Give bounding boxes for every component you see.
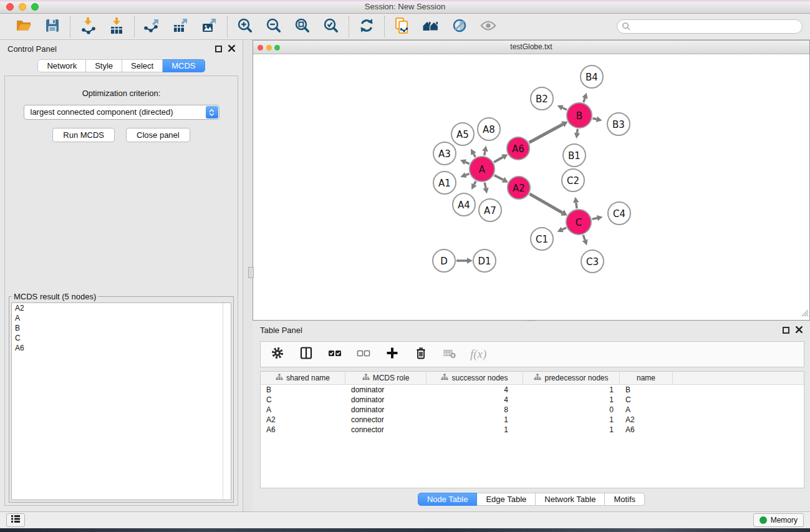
table-cell[interactable]: 4 [427,385,523,395]
tab-network[interactable]: Network [37,59,86,72]
table-row[interactable]: A2connector11A2 [261,415,804,425]
column-header[interactable]: successor nodes [427,372,523,384]
network-canvas[interactable]: AA1A2A3A4A5A6A7A8BB1B2B3B4CC1C2C3C4DD1 [253,54,809,320]
network-window-titlebar[interactable]: testGlobe.txt [253,41,809,54]
minimize-window-button[interactable] [19,3,26,11]
table-cell[interactable]: B [261,385,345,395]
close-window-button[interactable] [6,3,14,11]
close-panel-button[interactable]: Close panel [126,128,190,142]
function-builder-button[interactable]: f(x) [470,347,486,361]
table-cell[interactable]: A2 [261,415,345,425]
zoom-view-button[interactable] [274,45,280,51]
result-item[interactable]: A [12,313,231,323]
table-cell[interactable]: connector [345,415,427,425]
result-item[interactable]: C [12,333,231,343]
table-cell[interactable]: B [620,385,673,395]
column-header[interactable]: shared name [261,372,345,384]
table-cell[interactable]: dominator [345,385,427,395]
table-cell[interactable]: 4 [427,395,523,405]
tab-select[interactable]: Select [122,59,163,72]
table-cell[interactable]: A [261,405,345,415]
hide-graphics-details-button[interactable] [479,17,498,36]
table-cell[interactable]: 1 [523,395,620,405]
graph-edge[interactable] [485,151,485,155]
graph-edge[interactable] [592,118,596,119]
table-cell[interactable]: 1 [523,415,620,425]
zoom-out-button[interactable] [264,17,283,36]
delete-table-button[interactable] [441,346,458,362]
graph-edge[interactable] [466,174,470,175]
graph-edge[interactable] [529,124,563,142]
close-table-panel-icon[interactable] [796,326,803,335]
graph-edge[interactable] [494,157,503,162]
zoom-fit-button[interactable] [293,17,312,36]
table-row[interactable]: Bdominator41B [261,385,804,395]
run-mcds-button[interactable]: Run MCDS [52,128,115,142]
graph-edge[interactable] [562,228,566,230]
export-network-button[interactable] [143,17,162,36]
export-table-button[interactable] [171,17,190,36]
unselect-all-columns-button[interactable] [355,346,372,362]
float-table-panel-icon[interactable] [783,327,789,334]
select-all-columns-button[interactable] [327,346,343,362]
graph-edge[interactable] [576,203,577,209]
close-panel-icon[interactable] [228,44,235,54]
tab-node-table[interactable]: Node Table [418,493,478,506]
graph-edge[interactable] [592,218,597,220]
table-cell[interactable]: 8 [427,405,523,415]
show-log-button[interactable] [6,513,25,527]
memory-button[interactable]: Memory [753,513,804,527]
delete-columns-button[interactable] [413,346,429,362]
graph-edge[interactable] [474,181,476,185]
tab-network-table[interactable]: Network Table [536,493,605,506]
close-view-button[interactable] [258,45,263,51]
zoom-window-button[interactable] [31,3,39,11]
import-table-button[interactable] [107,17,126,36]
tab-mcds[interactable]: MCDS [163,59,205,72]
table-cell[interactable]: 1 [523,385,620,395]
column-header[interactable]: predecessor nodes [523,372,620,384]
panel-resize-handle[interactable] [248,267,254,278]
table-cell[interactable]: dominator [345,395,427,405]
graph-edge[interactable] [577,129,577,133]
table-cell[interactable]: 1 [427,425,523,435]
node-table[interactable]: shared nameMCDS rolesuccessor nodesprede… [260,371,804,488]
table-cell[interactable]: dominator [345,405,427,415]
table-row[interactable]: Adominator80A [261,405,804,415]
table-cell[interactable]: 1 [523,425,620,435]
graph-edge[interactable] [529,194,562,213]
graph-edge[interactable] [465,162,469,164]
graph-edge[interactable] [494,175,503,180]
show-graphics-details-button[interactable] [450,17,469,36]
graph-edge[interactable] [583,235,585,240]
search-input[interactable] [617,19,803,34]
table-cell[interactable]: A6 [261,425,345,435]
import-network-button[interactable] [79,17,97,36]
float-panel-icon[interactable] [215,46,222,52]
table-cell[interactable]: A [620,405,673,415]
criterion-select[interactable]: largest connected component (directed) [24,105,219,120]
graph-edge[interactable] [473,153,475,157]
table-cell[interactable]: C [620,395,673,405]
table-cell[interactable]: C [261,395,345,405]
tab-motifs[interactable]: Motifs [605,493,645,506]
mcds-result-list[interactable]: A2ABCA6 [11,302,231,500]
table-cell[interactable]: connector [345,425,427,435]
show-columns-button[interactable] [298,346,314,362]
table-row[interactable]: Cdominator41C [261,395,804,405]
minimize-view-button[interactable] [266,45,272,51]
table-cell[interactable]: 1 [427,415,523,425]
zoom-selected-button[interactable] [322,17,340,36]
table-cell[interactable]: A2 [620,415,673,425]
resize-grip-icon[interactable] [800,308,809,319]
result-item[interactable]: A2 [12,303,231,313]
zoom-in-button[interactable] [236,17,254,36]
open-session-button[interactable] [393,17,412,36]
graph-edge[interactable] [584,98,585,102]
graph-edge[interactable] [485,183,486,188]
table-row[interactable]: A6connector11A6 [261,425,804,435]
table-settings-button[interactable] [269,346,286,362]
column-header[interactable]: name [620,372,673,384]
column-header[interactable]: MCDS role [345,372,427,384]
result-item[interactable]: A6 [12,343,231,353]
